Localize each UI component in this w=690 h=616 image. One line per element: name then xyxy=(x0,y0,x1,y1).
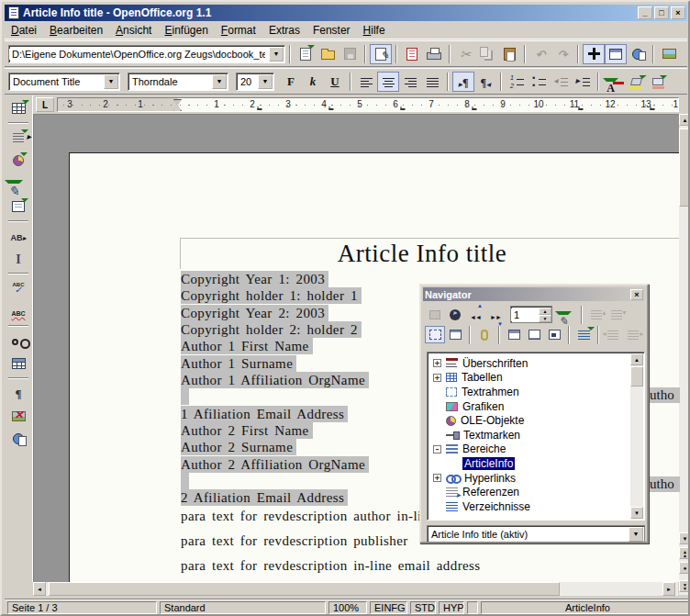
document-line[interactable]: Copyright holder 1: holder 1 xyxy=(181,287,362,304)
document-line[interactable] xyxy=(181,473,189,489)
style-dropdown-icon[interactable]: ▼ xyxy=(104,74,118,89)
document-line[interactable]: para text for revdescription in-line ema… xyxy=(181,556,481,575)
align-center-button[interactable] xyxy=(377,72,399,92)
tree-item-verzeichnisse[interactable]: Verzeichnisse xyxy=(428,499,644,514)
spin-down-icon[interactable]: ▼ xyxy=(539,315,551,322)
menu-format[interactable]: Format xyxy=(215,22,262,39)
status-selection-mode[interactable]: STD xyxy=(410,601,436,614)
document-line[interactable]: Author 2 Affiliation OrgName xyxy=(181,456,369,473)
bold-button[interactable]: F xyxy=(280,72,302,92)
export-pdf-button[interactable] xyxy=(401,44,423,64)
document-line[interactable]: Copyright Year 2: 2003 xyxy=(181,305,328,321)
document-line[interactable]: Author 1 Affiliation OrgName xyxy=(181,372,369,388)
cut-button[interactable] xyxy=(454,44,476,64)
scrollbar-thumb[interactable] xyxy=(630,366,643,386)
url-dropdown-icon[interactable]: ▼ xyxy=(269,47,284,62)
font-size-combobox[interactable]: 20 ▼ xyxy=(236,73,274,91)
bullets-button[interactable] xyxy=(528,72,550,92)
print-button[interactable] xyxy=(423,44,445,64)
draw-functions-button[interactable] xyxy=(7,174,29,194)
decrease-indent-button[interactable] xyxy=(550,72,572,92)
spellcheck-button[interactable] xyxy=(7,278,29,298)
navigator-toggle-master-button[interactable] xyxy=(425,306,445,323)
next-page-button[interactable]: ▼▼ xyxy=(679,580,690,592)
header-button[interactable] xyxy=(504,326,524,343)
scrollbar-thumb[interactable] xyxy=(679,129,690,207)
stylist-toggle-button[interactable] xyxy=(605,44,627,64)
heading-levels-button[interactable] xyxy=(573,326,594,343)
previous-page-button[interactable]: ▲▲ xyxy=(679,547,690,559)
indent-marker[interactable] xyxy=(173,99,182,111)
maximize-button[interactable]: □ xyxy=(654,6,669,19)
page-number-spinbox[interactable]: ▲▼ xyxy=(510,306,552,323)
online-layout-button[interactable] xyxy=(7,429,29,449)
status-page[interactable]: Seite 1 / 3 xyxy=(7,601,157,614)
menu-extras[interactable]: Extras xyxy=(262,22,306,39)
status-section[interactable]: ArticleInfo xyxy=(481,601,690,614)
close-button[interactable]: × xyxy=(671,6,685,19)
graphics-on-off-button[interactable] xyxy=(7,406,29,426)
numbering-button[interactable] xyxy=(506,72,528,92)
navigator-toggle-button[interactable] xyxy=(583,44,605,64)
redo-button[interactable] xyxy=(551,44,573,64)
underline-button[interactable]: U xyxy=(324,72,346,92)
horizontal-scrollbar[interactable]: ◄ ► xyxy=(33,582,678,596)
minimize-button[interactable]: _ xyxy=(638,6,652,19)
align-right-button[interactable] xyxy=(399,72,421,92)
insert-fields-button[interactable] xyxy=(7,128,29,148)
document-line[interactable]: Author 1 First Name xyxy=(181,338,313,354)
scroll-left-icon[interactable]: ◄ xyxy=(33,582,46,596)
tree-scrollbar[interactable]: ▲ ▼ xyxy=(630,353,643,519)
url-combobox[interactable]: ▼ xyxy=(8,45,285,63)
background-color-button[interactable] xyxy=(647,72,669,92)
demote-level-button[interactable] xyxy=(623,326,643,343)
promote-chapter-button[interactable] xyxy=(586,306,607,323)
scroll-down-icon[interactable]: ▼ xyxy=(630,507,643,519)
page-number-input[interactable] xyxy=(511,308,535,321)
menu-hilfe[interactable]: Hilfe xyxy=(357,22,392,39)
drag-mode-button[interactable] xyxy=(557,306,577,323)
menu-fenster[interactable]: Fenster xyxy=(306,22,357,39)
menu-bearbeiten[interactable]: Bearbeiten xyxy=(43,22,109,39)
undo-button[interactable] xyxy=(529,44,551,64)
title-bar[interactable]: Article Info title - OpenOffice.org 1.1 … xyxy=(5,5,687,21)
increase-indent-button[interactable] xyxy=(572,72,594,92)
paragraph-style-combobox[interactable]: Document Title ▼ xyxy=(8,73,120,91)
footer-button[interactable] xyxy=(524,326,544,343)
tree-item-textmarken[interactable]: Textmarken xyxy=(428,428,644,442)
status-hyperlink-mode[interactable]: HYP xyxy=(439,601,464,614)
tree-item-textrahmen[interactable]: Textrahmen xyxy=(428,385,644,399)
status-page-style[interactable]: Standard xyxy=(160,601,326,614)
tree-item-referenzen[interactable]: Referenzen xyxy=(428,485,644,499)
tree-item-tabellen[interactable]: + Tabellen xyxy=(428,371,644,386)
expander-icon[interactable]: + xyxy=(433,474,441,482)
hyperlink-dialog-button[interactable] xyxy=(627,44,649,64)
menu-datei[interactable]: Datei xyxy=(5,22,43,39)
italic-button[interactable]: k xyxy=(302,72,324,92)
font-name-combobox[interactable]: Thorndale ▼ xyxy=(128,73,228,91)
new-document-button[interactable] xyxy=(295,44,317,64)
justify-button[interactable] xyxy=(421,72,443,92)
navigator-title-bar[interactable]: Navigator × xyxy=(423,287,645,301)
vertical-scrollbar[interactable]: ▲ ▼ ▲▲ ● ▼▼ xyxy=(679,114,690,595)
nonprinting-characters-button[interactable] xyxy=(7,383,29,403)
font-dropdown-icon[interactable]: ▼ xyxy=(212,74,227,89)
scrollbar-thumb[interactable] xyxy=(49,582,560,596)
navigation-dot-button[interactable]: ● xyxy=(679,562,690,574)
tree-item-hyperlinks[interactable]: + Hyperlinks xyxy=(428,471,644,486)
status-insert-mode[interactable]: EINFG xyxy=(370,601,407,614)
anchor-button[interactable] xyxy=(474,326,495,343)
document-line[interactable]: 2 Afiliation Email Address xyxy=(181,489,348,506)
open-button[interactable] xyxy=(317,44,339,64)
autospellcheck-button[interactable] xyxy=(7,301,29,321)
next-object-button[interactable] xyxy=(485,306,506,323)
set-reminder-button[interactable] xyxy=(445,326,465,343)
autotext-button[interactable] xyxy=(7,226,29,246)
data-sources-button[interactable] xyxy=(7,353,29,374)
edit-file-button[interactable] xyxy=(370,44,392,64)
horizontal-ruler[interactable]: 3 2 1 1 2 3 4 5 6 7 8 9 10 11 12 13 14 xyxy=(57,97,679,112)
scroll-up-icon[interactable]: ▲ xyxy=(679,114,690,126)
document-line[interactable]: Author 1 Surname xyxy=(181,355,296,372)
document-line[interactable]: para text for revdescription publisher xyxy=(181,532,408,550)
direct-cursor-button[interactable] xyxy=(7,249,29,269)
